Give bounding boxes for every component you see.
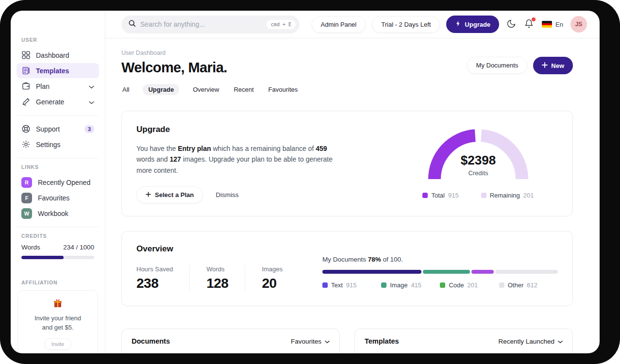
sidebar-section-user: USER	[21, 37, 99, 43]
legend-swatch	[481, 193, 486, 198]
chevron-down-icon	[558, 338, 563, 345]
upgrade-card: Upgrade You have the Entry plan which ha…	[121, 111, 573, 216]
upgrade-button[interactable]: Upgrade	[446, 16, 499, 33]
stacked-bar-legend: Text 915 Image 415 Code 201	[322, 281, 558, 289]
sidebar-link-favourites[interactable]: F Favourites	[17, 190, 99, 205]
legend-swatch	[499, 282, 504, 288]
sidebar-item-label: Templates	[36, 67, 94, 75]
language-label: En	[555, 21, 563, 28]
sidebar-item-templates[interactable]: Templates	[17, 63, 99, 78]
upgrade-card-body: You have the Entry plan which has a rema…	[136, 143, 335, 176]
stacked-bar	[322, 270, 558, 274]
sidebar: USER Dashboard Templates Plan	[11, 11, 105, 353]
sidebar-link-label: Recently Opened	[38, 179, 94, 186]
documents-progress-title: My Documents 78% of 100.	[322, 256, 558, 263]
segment-code	[471, 270, 494, 274]
sidebar-link-label: Favourites	[38, 194, 94, 202]
tab-overview[interactable]: Overview	[192, 84, 220, 95]
plus-icon	[146, 191, 151, 199]
sidebar-item-settings[interactable]: Settings	[17, 137, 99, 152]
gauge-legend-total: Total 915	[422, 192, 458, 199]
page-title: Welcome, Maria.	[121, 60, 227, 76]
flag-germany-icon	[542, 21, 552, 28]
admin-panel-button[interactable]: Admin Panel	[312, 16, 366, 33]
sidebar-item-support[interactable]: Support 3	[17, 121, 99, 136]
sidebar-item-plan[interactable]: Plan	[17, 79, 99, 94]
dashboard-grid-icon	[21, 51, 30, 59]
gift-icon	[53, 301, 63, 310]
affiliation-text: Invite your friend and get $5.	[23, 314, 93, 332]
moon-icon	[506, 19, 516, 30]
dismiss-button[interactable]: Dismiss	[216, 191, 238, 199]
link-initial-badge: R	[21, 177, 32, 188]
templates-card: Templates Recently Launched Blog Post Ti…	[354, 329, 573, 353]
sidebar-link-label: Workbook	[38, 210, 94, 217]
documents-card: Documents Favourites Untitled Document i…	[121, 329, 340, 353]
sidebar-divider	[17, 227, 98, 227]
credits-gauge: $2398 Credits Total 915 Remaining	[405, 125, 551, 203]
legend-code: Code 201	[440, 281, 499, 289]
sidebar-item-label: Plan	[36, 83, 89, 90]
stat-hours-saved: Hours Saved 238	[136, 265, 189, 291]
legend-other: Other 612	[499, 281, 558, 289]
device-frame: USER Dashboard Templates Plan	[0, 0, 620, 364]
stat-images: Images 20	[245, 265, 299, 291]
plan-wallet-icon	[21, 82, 30, 90]
words-progress-fill	[21, 256, 64, 259]
legend-swatch	[322, 282, 328, 288]
credits-words-value: 234 / 1000	[63, 244, 94, 251]
templates-filter-dropdown[interactable]: Recently Launched	[498, 338, 563, 345]
sidebar-divider	[17, 115, 98, 116]
app-window: USER Dashboard Templates Plan	[11, 11, 600, 353]
tab-upgrade[interactable]: Upgrade	[143, 84, 179, 95]
search-input[interactable]	[140, 20, 267, 28]
plus-icon	[542, 62, 548, 69]
sidebar-link-workbook[interactable]: W Workbook	[17, 206, 99, 221]
topbar: cmd + E Admin Panel Trial - 2 Days Left …	[105, 11, 600, 38]
segment-text	[322, 270, 421, 274]
support-lifebuoy-icon	[21, 125, 30, 133]
templates-card-title: Templates	[365, 337, 399, 345]
main-content: User Dashboard Welcome, Maria. My Docume…	[105, 38, 600, 353]
sidebar-item-label: Support	[36, 125, 84, 133]
notification-dot	[532, 17, 536, 21]
legend-swatch	[381, 282, 386, 288]
invite-button[interactable]: Invite	[44, 338, 71, 350]
search-icon	[128, 19, 136, 29]
my-documents-button[interactable]: My Documents	[467, 57, 528, 74]
chevron-down-icon	[89, 98, 94, 106]
tab-recent[interactable]: Recent	[233, 84, 254, 95]
breadcrumb: User Dashboard	[121, 50, 573, 56]
chevron-down-icon	[89, 83, 94, 90]
credits-words-label: Words	[21, 244, 40, 251]
sidebar-item-label: Generate	[36, 98, 89, 106]
language-selector[interactable]: En	[541, 20, 564, 29]
segment-image	[423, 270, 470, 274]
select-plan-button[interactable]: Select a Plan	[136, 186, 203, 203]
user-avatar[interactable]: JS	[570, 16, 587, 33]
templates-doc-icon	[21, 66, 30, 75]
legend-text: Text 915	[322, 281, 381, 289]
gauge-legend-remaining: Remaining 201	[481, 192, 534, 199]
sidebar-item-dashboard[interactable]: Dashboard	[17, 48, 99, 63]
notifications-button[interactable]	[523, 18, 535, 31]
overview-card-title: Overview	[136, 244, 299, 254]
search-bar[interactable]: cmd + E	[121, 16, 300, 33]
sidebar-link-recently-opened[interactable]: R Recently Opened	[17, 175, 99, 190]
stat-words: Words 128	[189, 265, 245, 291]
tab-favourites[interactable]: Favourites	[268, 84, 299, 95]
legend-swatch	[440, 282, 445, 288]
trial-status-button[interactable]: Trial - 2 Days Left	[372, 16, 440, 33]
upgrade-card-title: Upgrade	[136, 125, 335, 134]
overview-card-left: Overview Hours Saved 238 Words 128 Image…	[136, 244, 299, 291]
words-progress-track	[21, 256, 94, 259]
gauge-center-label: Credits	[425, 169, 532, 177]
dark-mode-toggle[interactable]	[505, 18, 517, 31]
upgrade-card-left: Upgrade You have the Entry plan which ha…	[136, 125, 335, 203]
link-initial-badge: W	[21, 208, 32, 219]
sidebar-item-generate[interactable]: Generate	[17, 94, 99, 109]
new-button[interactable]: New	[533, 57, 573, 74]
documents-filter-dropdown[interactable]: Favourites	[291, 338, 330, 345]
tab-all[interactable]: All	[121, 84, 130, 95]
sidebar-section-links: LINKS	[21, 164, 99, 170]
